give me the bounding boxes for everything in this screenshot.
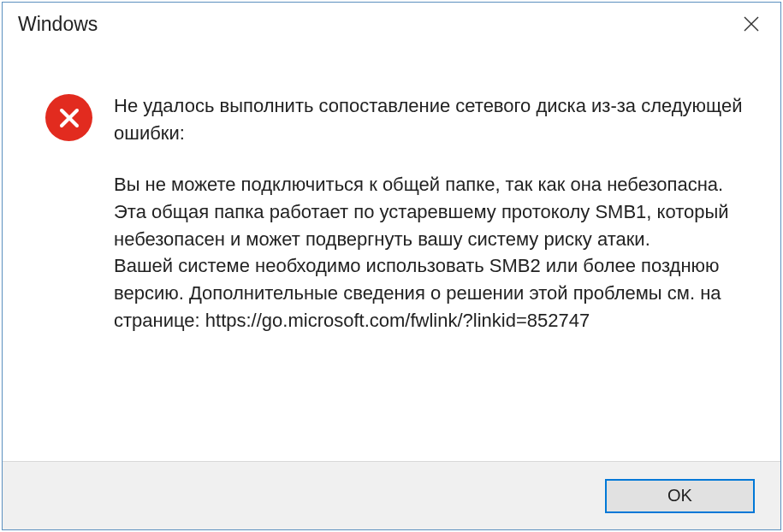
window-title: Windows (18, 13, 98, 36)
ok-button[interactable]: OK (605, 479, 755, 513)
close-icon (743, 15, 760, 33)
button-bar: OK (3, 461, 780, 529)
icon-column (45, 92, 114, 444)
titlebar: Windows (3, 3, 780, 45)
close-button[interactable] (733, 7, 770, 41)
error-dialog: Windows Не удалось выполнить сопоставлен… (2, 2, 781, 530)
message-body: Вы не можете подключиться к общей папке,… (114, 171, 746, 334)
message-text: Не удалось выполнить сопоставление сетев… (114, 92, 755, 444)
dialog-content: Не удалось выполнить сопоставление сетев… (3, 45, 780, 461)
error-icon (45, 94, 92, 141)
message-header: Не удалось выполнить сопоставление сетев… (114, 92, 746, 147)
